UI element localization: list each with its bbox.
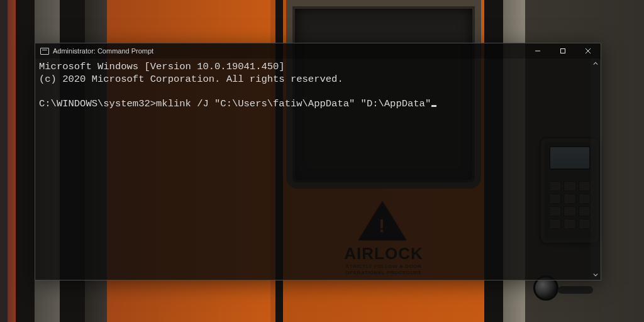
- svg-rect-1: [561, 49, 565, 53]
- terminal-command: mklink /J "C:\Users\fatiw\AppData" "D:\A…: [156, 98, 431, 109]
- window-titlebar[interactable]: Administrator: Command Prompt: [35, 43, 601, 58]
- vertical-scrollbar[interactable]: [591, 58, 601, 280]
- cmd-app-icon: [40, 48, 49, 55]
- minimize-button[interactable]: [525, 43, 550, 58]
- terminal-prompt-path: C:\WINDOWS\system32>: [39, 98, 156, 109]
- window-title: Administrator: Command Prompt: [53, 47, 153, 55]
- terminal-cursor: [431, 105, 436, 107]
- close-icon: [585, 48, 591, 54]
- scroll-up-button[interactable]: [591, 58, 601, 69]
- chevron-down-icon: [593, 272, 598, 277]
- maximize-icon: [560, 48, 566, 54]
- minimize-icon: [535, 48, 541, 54]
- terminal-output[interactable]: Microsoft Windows [Version 10.0.19041.45…: [35, 58, 591, 280]
- terminal-body[interactable]: Microsoft Windows [Version 10.0.19041.45…: [35, 58, 601, 280]
- maximize-button[interactable]: [550, 43, 575, 58]
- close-button[interactable]: [575, 43, 601, 58]
- scroll-down-button[interactable]: [591, 270, 601, 280]
- terminal-line-2: (c) 2020 Microsoft Corporation. All righ…: [39, 74, 343, 85]
- scrollbar-track[interactable]: [591, 69, 601, 270]
- chevron-up-icon: [593, 61, 598, 66]
- command-prompt-window: Administrator: Command Prompt Microsoft …: [35, 43, 601, 280]
- terminal-line-1: Microsoft Windows [Version 10.0.19041.45…: [39, 61, 285, 72]
